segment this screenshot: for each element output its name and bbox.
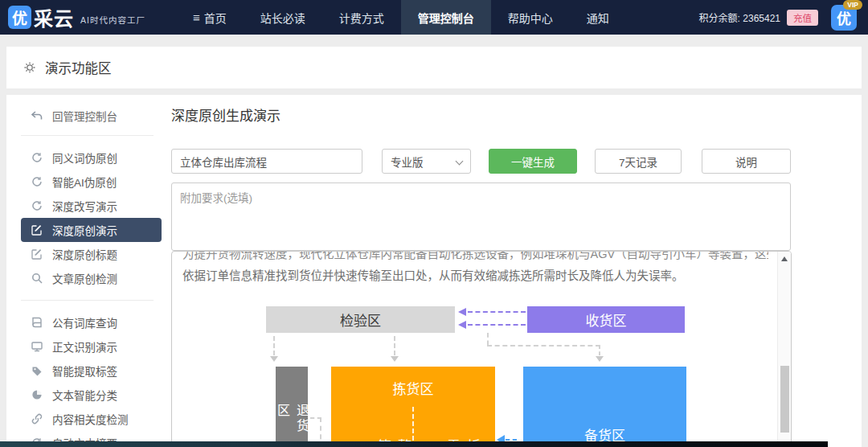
sidebar-item-smart-tag-extraction[interactable]: 智能提取标签 [16, 359, 171, 383]
dashed-connector [394, 336, 395, 355]
generate-button[interactable]: 一键生成 [489, 149, 577, 174]
zone-label: 检验区 [340, 310, 381, 330]
nav-item-admin-console[interactable]: 管理控制台 [401, 0, 491, 35]
nav-item-help-center[interactable]: 帮助中心 [491, 0, 570, 35]
arrow-left-icon [458, 321, 466, 329]
sidebar-item-synonym-rewrite[interactable]: 同义词伪原创 [16, 146, 171, 170]
arrow-down-icon [596, 356, 604, 362]
sidebar-item-label: 智能AI伪原创 [52, 174, 117, 190]
arrow-left-icon [458, 308, 466, 316]
refresh-icon [31, 200, 43, 212]
link-icon [31, 413, 43, 425]
sidebar-divider [21, 300, 154, 301]
nav-item-home[interactable]: ≡ 首页 [176, 0, 244, 35]
arrow-down-icon [391, 356, 399, 362]
generator-form-row: 专业版 一键生成 7天记录 说明 [171, 149, 798, 174]
dashed-connector [487, 345, 600, 347]
diagram-staging-zone: 备货区 [523, 367, 686, 447]
brand-logo[interactable]: 优 采云 AI时代内容工厂 [0, 0, 145, 35]
recharge-button[interactable]: 充值 [787, 10, 818, 26]
sidebar-item-relevance-detection[interactable]: 内容相关度检测 [16, 407, 171, 431]
sidebar-item-public-lexicon[interactable]: 公有词库查询 [16, 310, 171, 334]
sidebar-item-deep-original-title[interactable]: 深度原创标题 [16, 242, 171, 266]
app-root: 优 采云 AI时代内容工厂 ≡ 首页 站长必读 计费方式 管理控制台 帮助中心 … [0, 0, 868, 447]
main-nav: ≡ 首页 站长必读 计费方式 管理控制台 帮助中心 通知 [176, 0, 626, 35]
version-select[interactable]: 专业版 [382, 149, 471, 174]
dashed-connector [468, 311, 526, 313]
main-content: 深度原创生成演示 专业版 一键生成 7天记录 说明 为提升货物流转速度，现代化立… [171, 95, 798, 254]
result-text-line: 依据订单信息精准找到货位并快速传输至出口处，从而有效缩减拣选所需时长及降低人为失… [182, 266, 768, 283]
logo-brand-text: 采云 [34, 3, 74, 31]
scrollbar-thumb[interactable] [780, 366, 789, 433]
credits-balance: 积分余额: 2365421 [699, 10, 780, 24]
version-select-value: 专业版 [391, 154, 424, 170]
logo-badge-icon: 优 [8, 6, 31, 29]
sidebar-group-1: 同义词伪原创 智能AI伪原创 深度改 [16, 146, 171, 290]
nav-label: 计费方式 [339, 10, 384, 26]
sidebar-item-label: 内容相关度检测 [52, 411, 129, 427]
refresh-icon [31, 152, 43, 164]
footer-strip [0, 441, 828, 447]
page-header: 演示功能区 [6, 47, 862, 88]
nav-label: 首页 [204, 10, 227, 26]
sidebar-item-deep-rewrite-demo[interactable]: 深度改写演示 [16, 194, 171, 218]
panel-scrollbar[interactable] [777, 252, 791, 446]
nav-item-pricing[interactable]: 计费方式 [322, 0, 401, 35]
sidebar-item-label: 深度原创演示 [52, 222, 117, 238]
dashed-connector [487, 333, 489, 345]
help-button[interactable]: 说明 [702, 149, 791, 174]
sidebar-item-body-text-recognition[interactable]: 正文识别演示 [16, 334, 171, 359]
edit-icon [31, 248, 43, 260]
topic-input[interactable] [171, 149, 362, 174]
sidebar-item-label: 正文识别演示 [52, 338, 117, 355]
nav-label: 管理控制台 [418, 10, 474, 26]
sidebar-item-back-to-console[interactable]: 回管理控制台 [16, 106, 171, 125]
sidebar: 回管理控制台 同义词伪原创 [16, 95, 171, 447]
page-title: 演示功能区 [45, 58, 112, 77]
sidebar-item-ai-rewrite[interactable]: 智能AI伪原创 [16, 170, 171, 194]
nav-item-webmaster-guide[interactable]: 站长必读 [244, 0, 322, 35]
vip-badge: VIP [843, 0, 862, 10]
dashed-connector [506, 439, 517, 441]
edit-icon [31, 224, 43, 236]
result-text-line-clipped: 为提升货物流转速度，现代化立体仓库内常配备自动化拣选设备，例如堆垛机与AGV（自… [182, 251, 768, 261]
dashed-connector [273, 336, 275, 355]
top-navbar: 优 采云 AI时代内容工厂 ≡ 首页 站长必读 计费方式 管理控制台 帮助中心 … [0, 0, 868, 35]
scroll-up-icon[interactable] [781, 256, 788, 261]
sidebar-item-originality-check[interactable]: 文章原创检测 [16, 266, 171, 290]
gear-icon [23, 61, 36, 74]
sidebar-group-2: 公有词库查询 正文识别演示 智能提取 [16, 310, 171, 447]
search-icon [31, 273, 43, 285]
sidebar-item-label: 回管理控制台 [52, 108, 117, 124]
tag-icon [31, 365, 43, 377]
extra-requirements-textarea[interactable] [171, 182, 791, 251]
dashed-connector [599, 345, 600, 355]
content-card: 回管理控制台 同义词伪原创 [6, 95, 862, 447]
nav-item-notifications[interactable]: 通知 [570, 0, 626, 35]
diagram-receiving-zone: 收货区 [527, 306, 685, 333]
zone-label: 收货区 [586, 310, 627, 330]
navbar-right: 积分余额: 2365421 充值 优 VIP [699, 0, 868, 35]
result-panel: 为提升货物流转速度，现代化立体仓库内常配备自动化拣选设备，例如堆垛机与AGV（自… [171, 251, 792, 447]
sidebar-item-label: 深度原创标题 [52, 246, 117, 262]
sidebar-item-deep-original-demo[interactable]: 深度原创演示 [21, 218, 162, 242]
pie-chart-icon [31, 389, 43, 401]
zone-label: 拣货区 [331, 378, 495, 398]
user-avatar-wrap: 优 VIP [831, 5, 857, 31]
sidebar-divider [21, 135, 154, 136]
sidebar-item-text-classification[interactable]: 文本智能分类 [16, 383, 171, 407]
chevron-down-icon [456, 158, 464, 166]
list-icon: ≡ [193, 10, 200, 24]
sidebar-item-label: 文本智能分类 [52, 387, 117, 403]
diagram-picking-zone: 拣货区 整箱 拆零 [331, 367, 495, 447]
logo-tagline: AI时代内容工厂 [80, 14, 145, 26]
nav-label: 通知 [587, 10, 609, 26]
sidebar-item-label: 智能提取标签 [52, 363, 117, 379]
seven-day-records-button[interactable]: 7天记录 [595, 149, 682, 174]
sidebar-item-label: 文章原创检测 [52, 270, 117, 286]
monitor-icon [31, 341, 43, 353]
nav-label: 站长必读 [260, 10, 305, 26]
nav-label: 帮助中心 [508, 10, 553, 26]
diagram-inspection-zone: 检验区 [266, 306, 455, 333]
back-arrow-icon [31, 110, 43, 122]
